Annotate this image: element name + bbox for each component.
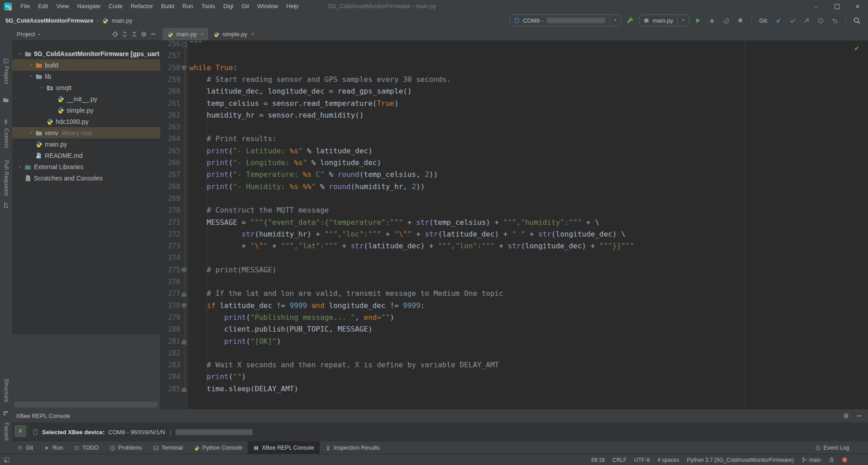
project-panel-title[interactable]: Project <box>17 31 42 38</box>
expand-all-icon[interactable] <box>121 31 128 38</box>
chevron-down-icon[interactable] <box>27 74 35 78</box>
toolwindow-tab-xbee-repl-console[interactable]: XBee REPL Console <box>248 441 320 454</box>
tree-item[interactable]: umqtt <box>12 82 160 93</box>
chevron-down-icon[interactable] <box>16 52 24 56</box>
file-encoding[interactable]: UTF-8 <box>634 457 650 463</box>
tree-item[interactable]: __init__.py <box>12 93 160 104</box>
run-button[interactable] <box>693 15 703 25</box>
menu-file[interactable]: File <box>16 0 34 13</box>
maximize-button[interactable] <box>826 0 847 13</box>
tree-item[interactable]: hdc1080.py <box>12 116 160 127</box>
python-interpreter[interactable]: Python 3.7 (5G_ColdAssetMonitorFirmware) <box>687 457 794 463</box>
commit-icon[interactable] <box>3 119 9 125</box>
locate-file-icon[interactable] <box>112 31 119 38</box>
chevron-right-icon[interactable] <box>27 63 35 67</box>
event-log-button[interactable]: Event Log <box>815 441 868 454</box>
console-hide-icon[interactable] <box>856 413 863 419</box>
tree-item[interactable]: Scratches and Consoles <box>12 172 160 184</box>
cursor-position[interactable]: 59:18 <box>591 457 604 463</box>
coverage-button[interactable] <box>721 15 731 25</box>
collapse-all-icon[interactable] <box>131 31 138 38</box>
tree-item[interactable]: main.py <box>12 138 160 150</box>
chevron-down-icon[interactable] <box>38 85 46 90</box>
menu-code[interactable]: Code <box>105 0 127 13</box>
chevron-right-icon[interactable] <box>16 165 24 169</box>
git-branch-widget[interactable]: main <box>801 457 821 463</box>
connect-plug-icon[interactable] <box>14 425 26 437</box>
toolwindow-tab-git[interactable]: Git <box>12 441 38 454</box>
line-ending[interactable]: CRLF <box>613 457 627 463</box>
project-window-icon[interactable] <box>3 58 9 64</box>
chevron-right-icon[interactable] <box>27 131 35 135</box>
menu-refactor[interactable]: Refactor <box>127 0 157 13</box>
indent-setting[interactable]: 4 spaces <box>657 457 679 463</box>
menu-navigate[interactable]: Navigate <box>73 0 104 13</box>
debug-button[interactable] <box>707 15 717 25</box>
sidebar-item-structure[interactable]: Structure <box>3 379 10 402</box>
menu-git[interactable]: Git <box>237 0 253 13</box>
libraries-icon <box>24 163 32 171</box>
device-selector[interactable]: COM8 - <box>510 14 622 26</box>
menu-window[interactable]: Window <box>253 0 282 13</box>
status-bar: 59:18 CRLF UTF-8 4 spaces Python 3.7 (5G… <box>0 454 868 465</box>
close-tab-icon[interactable]: × <box>251 31 254 38</box>
project-panel-hscrollbar[interactable] <box>14 402 158 408</box>
fatal-error-badge[interactable]: ! <box>842 457 847 462</box>
minimize-button[interactable]: – <box>806 0 826 13</box>
tab-main.py[interactable]: main.py× <box>163 28 209 40</box>
run-config-icon <box>643 18 649 24</box>
menu-help[interactable]: Help <box>282 0 302 13</box>
toolwindow-tab-python-console[interactable]: Python Console <box>188 441 248 454</box>
sidebar-item-pull-requests[interactable]: Pull Requests <box>3 160 10 196</box>
git-update-button[interactable] <box>773 15 783 25</box>
pull-request-icon[interactable] <box>3 202 9 209</box>
run-config-selector[interactable]: main.py <box>639 14 689 26</box>
tree-item[interactable]: simple.py <box>12 104 160 116</box>
build-wrench-icon[interactable] <box>625 15 635 25</box>
folder-stripe-icon[interactable] <box>3 97 9 103</box>
tree-item[interactable]: External Libraries <box>12 161 160 172</box>
tree-item[interactable]: venvlibrary root <box>12 127 160 138</box>
tab-simple.py[interactable]: simple.py× <box>209 28 259 40</box>
toolwindow-tab-terminal[interactable]: Terminal <box>148 441 188 454</box>
tool-window-switcher-icon[interactable] <box>0 457 10 463</box>
tree-item[interactable]: 5G_ColdAssetMonitorFirmware [gps_uart <box>12 48 160 59</box>
code-editor[interactable]: ✔ 256"""257258while True:259 # Start rea… <box>160 41 868 409</box>
menu-tools[interactable]: Tools <box>197 0 219 13</box>
fold-marker-icon[interactable] <box>182 42 187 47</box>
run-config-caret-icon[interactable] <box>677 15 686 26</box>
structure-icon[interactable] <box>3 410 9 416</box>
chevron-down-icon <box>37 32 42 37</box>
toolwindow-tab-problems[interactable]: Problems <box>104 441 148 454</box>
git-push-button[interactable] <box>801 15 811 25</box>
toolwindow-tab-todo[interactable]: TODO <box>68 441 104 454</box>
panel-settings-gear-icon[interactable] <box>140 31 147 38</box>
lock-icon[interactable] <box>829 457 834 463</box>
tree-item[interactable]: build <box>12 59 160 71</box>
close-button[interactable]: ✕ <box>847 0 868 13</box>
toolwindow-tab-run[interactable]: Run <box>38 441 68 454</box>
menu-build[interactable]: Build <box>157 0 178 13</box>
device-dropdown-caret-icon[interactable] <box>609 15 618 26</box>
toolwindow-tab-inspection-results[interactable]: Inspection Results <box>320 441 385 454</box>
sidebar-item-project[interactable]: Project <box>3 66 10 84</box>
tree-item[interactable]: MDREADME.md <box>12 150 160 161</box>
close-tab-icon[interactable]: × <box>201 31 204 38</box>
history-button[interactable] <box>815 15 825 25</box>
search-everywhere-icon[interactable] <box>852 15 862 25</box>
stop-button[interactable] <box>735 15 745 25</box>
tree-item[interactable]: lib <box>12 71 160 82</box>
sidebar-item-commit[interactable]: Commit <box>3 128 10 148</box>
menu-run[interactable]: Run <box>178 0 197 13</box>
menu-view[interactable]: View <box>52 0 73 13</box>
git-commit-button[interactable] <box>787 15 797 25</box>
rollback-button[interactable] <box>830 15 839 25</box>
inspection-ok-icon[interactable]: ✔ <box>854 44 860 52</box>
menu-digi[interactable]: Digi <box>219 0 237 13</box>
breadcrumb-file[interactable]: main.py <box>112 17 133 24</box>
menu-edit[interactable]: Edit <box>34 0 52 13</box>
hide-panel-icon[interactable] <box>150 31 157 38</box>
breadcrumb-project[interactable]: 5G_ColdAssetMonitorFirmware <box>5 17 93 24</box>
main-menu: FileEditViewNavigateCodeRefactorBuildRun… <box>16 0 302 13</box>
console-settings-gear-icon[interactable] <box>843 413 849 419</box>
